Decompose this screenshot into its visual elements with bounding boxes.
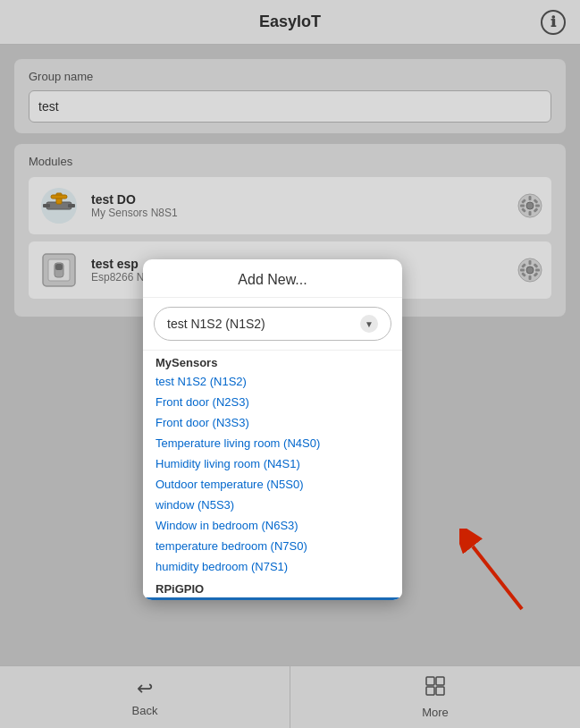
dialog-title: Add New... [143, 259, 402, 298]
dropdown-item[interactable]: test N1S2 (N1S2) [143, 371, 402, 392]
dropdown-list: MySensors test N1S2 (N1S2) Front door (N… [143, 350, 402, 600]
dropdown-item[interactable]: Humidity living room (N4S1) [143, 453, 402, 474]
dropdown-item[interactable]: Front door (N2S3) [143, 392, 402, 412]
dropdown-item[interactable]: temperature bedroom (N7S0) [143, 536, 402, 556]
group-label-rpigpio: RPiGPIO [143, 577, 402, 597]
module-dropdown[interactable]: test N1S2 (N1S2) ▼ [154, 307, 391, 341]
chevron-down-icon: ▼ [360, 315, 378, 333]
svg-line-31 [473, 546, 522, 609]
dropdown-item[interactable]: Temperature living room (N4S0) [143, 433, 402, 453]
add-new-dialog: Add New... test N1S2 (N1S2) ▼ MySensors … [143, 259, 402, 600]
dropdown-selected-text: test N1S2 (N1S2) [167, 317, 265, 331]
group-label-mysensors: MySensors [143, 351, 402, 371]
dropdown-item[interactable]: Window in bedroom (N6S3) [143, 515, 402, 536]
dropdown-item[interactable]: window (N5S3) [143, 495, 402, 515]
dropdown-item[interactable]: humidity bedroom (N7S1) [143, 556, 402, 577]
dropdown-item-selected[interactable]: buzzer (Pin_P1_07) [143, 597, 402, 600]
dropdown-item[interactable]: Outdoor temperature (N5S0) [143, 474, 402, 495]
arrow-annotation [459, 529, 531, 621]
dropdown-item[interactable]: Front door (N3S3) [143, 412, 402, 433]
